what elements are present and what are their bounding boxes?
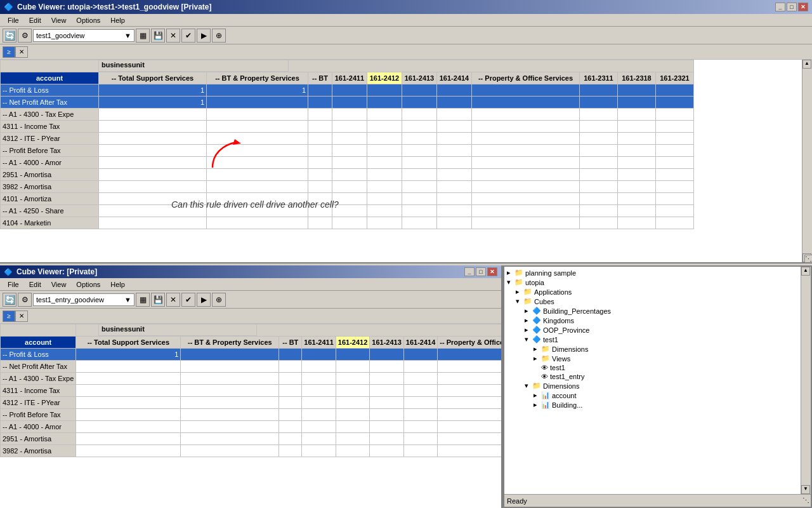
menu-file[interactable]: File <box>3 16 24 25</box>
tree-expand-kingdoms[interactable]: ▸ <box>525 316 532 324</box>
bottom-small-btn-check[interactable]: ≥ <box>3 311 15 322</box>
bottom-table-row[interactable]: -- Net Profit After Tax <box>1 361 502 373</box>
bottom-toolbar-btn-2[interactable]: ⚙ <box>18 293 32 307</box>
bottom-menu-help[interactable]: Help <box>105 280 130 289</box>
tree-item-dimensions-top[interactable]: ▾ 📁 Dimensions <box>506 381 809 391</box>
minimize-button[interactable]: _ <box>775 3 785 11</box>
table-row[interactable]: 4312 - ITE - PYear <box>1 133 694 145</box>
bottom-toolbar-grid[interactable]: ▦ <box>136 293 150 307</box>
small-btn-check[interactable]: ≥ <box>3 46 15 58</box>
bottom-toolbar-x[interactable]: ✕ <box>166 293 180 307</box>
resize-handle-top[interactable]: ⋱ <box>804 255 812 262</box>
table-row[interactable]: -- Profit Before Tax <box>1 145 694 157</box>
table-row[interactable]: -- A1 - 4300 - Tax Expe <box>1 109 694 121</box>
table-row[interactable]: 3982 - Amortisa <box>1 181 694 193</box>
bottom-table-row[interactable]: 4312 - ITE - PYear <box>1 397 502 409</box>
tree-expand-oop[interactable]: ▸ <box>525 326 532 334</box>
tree-item-account[interactable]: ▸ 📊 account <box>506 391 809 400</box>
scrollbar-up-btn[interactable]: ▲ <box>802 60 811 69</box>
table-row[interactable]: -- A1 - 4000 - Amor <box>1 157 694 169</box>
tree-item-oop[interactable]: ▸ 🔷 OOP_Province <box>506 325 809 335</box>
tree-item-building[interactable]: ▸ 📊 Building... <box>506 400 809 410</box>
col-total-support: -- Total Support Services <box>99 72 207 84</box>
bottom-toolbar-save[interactable]: 💾 <box>151 293 165 307</box>
bottom-close-btn[interactable]: ✕ <box>487 267 497 276</box>
tree-item-test1-entry[interactable]: 👁 test1_entry <box>506 372 809 381</box>
bottom-menu-view[interactable]: View <box>46 280 72 289</box>
cube-icon-kingdoms: 🔷 <box>532 316 541 324</box>
tree-expand-cubes[interactable]: ▾ <box>516 297 523 305</box>
folder-icon-apps: 📁 <box>523 288 532 296</box>
tree-expand-dims-top[interactable]: ▾ <box>525 382 532 390</box>
tree-expand-apps[interactable]: ▸ <box>516 288 523 296</box>
tree-scroll-down[interactable]: ▼ <box>801 485 810 494</box>
tree-item-utopia[interactable]: ▾ 📁 utopia <box>506 277 809 287</box>
bottom-menu-edit[interactable]: Edit <box>24 280 46 289</box>
tree-item-kingdoms[interactable]: ▸ 🔷 Kingdoms <box>506 316 809 325</box>
tree-expand-bp[interactable]: ▸ <box>525 307 532 315</box>
tree-expand-planning[interactable]: ▸ <box>507 269 514 277</box>
bottom-maximize-btn[interactable]: □ <box>476 267 486 276</box>
tree-item-dimensions[interactable]: ▸ 📁 Dimensions <box>506 344 809 354</box>
bottom-menu-file[interactable]: File <box>3 280 24 289</box>
bottom-table-row[interactable]: 3982 - Amortisa <box>1 445 502 457</box>
tree-expand-utopia[interactable]: ▾ <box>507 278 514 286</box>
bottom-table-row[interactable]: -- A1 - 4300 - Tax Expe <box>1 373 502 385</box>
tree-scroll-up[interactable]: ▲ <box>801 267 810 276</box>
top-grid-scrollbar-v[interactable]: ▲ ▼ <box>802 60 812 262</box>
bottom-toolbar-btn-1[interactable]: 🔄 <box>3 293 16 307</box>
table-row[interactable]: -- A1 - 4250 - Share <box>1 205 694 217</box>
bottom-table-row[interactable]: 2951 - Amortisa <box>1 433 502 445</box>
toolbar-btn-check[interactable]: ✔ <box>181 29 195 43</box>
bottom-toolbar: 🔄 ⚙ test1_entry_goodview ▼ ▦ 💾 ✕ ✔ ▶ ⊕ <box>0 291 501 309</box>
table-row[interactable]: -- Profit & Loss 1 1 <box>1 84 694 97</box>
bottom-menu-options[interactable]: Options <box>71 280 105 289</box>
tree-scrollbar[interactable]: ▲ ▼ <box>801 267 811 494</box>
toolbar-btn-x[interactable]: ✕ <box>166 29 180 43</box>
toolbar-btn-grid[interactable]: ▦ <box>136 29 150 43</box>
tree-item-test1-view[interactable]: 👁 test1 <box>506 363 809 372</box>
maximize-button[interactable]: □ <box>787 3 797 11</box>
tree-expand-test1[interactable]: ▾ <box>525 335 532 344</box>
top-toolbar: 🔄 ⚙ test1_goodview ▼ ▦ 💾 ✕ ✔ ▶ ⊕ <box>0 27 812 44</box>
menu-edit[interactable]: Edit <box>24 16 46 25</box>
bottom-table-row[interactable]: 4311 - Income Tax <box>1 385 502 397</box>
table-row[interactable]: 4101 - Amortiza <box>1 193 694 205</box>
tree-expand-building[interactable]: ▸ <box>534 401 541 409</box>
table-row[interactable]: 4311 - Income Tax <box>1 121 694 133</box>
tree-expand-account[interactable]: ▸ <box>534 391 541 399</box>
toolbar-btn-arrow[interactable]: ▶ <box>197 29 211 43</box>
small-btn-x[interactable]: ✕ <box>15 46 28 58</box>
toolbar-btn-2[interactable]: ⚙ <box>18 29 32 43</box>
close-button[interactable]: ✕ <box>798 3 808 11</box>
tree-item-applications[interactable]: ▸ 📁 Applications <box>506 287 809 297</box>
menu-view[interactable]: View <box>46 16 72 25</box>
tree-item-test1[interactable]: ▾ 🔷 test1 <box>506 335 809 344</box>
bottom-view-dropdown[interactable]: test1_entry_goodview ▼ <box>33 293 134 306</box>
table-row[interactable]: 4104 - Marketin <box>1 217 694 229</box>
toolbar-btn-1[interactable]: 🔄 <box>3 29 16 43</box>
bottom-small-btn-x[interactable]: ✕ <box>15 311 28 322</box>
menu-options[interactable]: Options <box>71 16 105 25</box>
bottom-toolbar-plus[interactable]: ⊕ <box>212 293 226 307</box>
tree-expand-views[interactable]: ▸ <box>534 354 541 363</box>
bottom-toolbar-arrow[interactable]: ▶ <box>197 293 211 307</box>
table-row[interactable]: -- Net Profit After Tax 1 <box>1 97 694 109</box>
col-161-2412: 161-2412 <box>367 72 402 84</box>
menu-help[interactable]: Help <box>105 16 130 25</box>
row-profit-loss: -- Profit & Loss <box>1 84 99 97</box>
toolbar-btn-clock[interactable]: ⊕ <box>212 29 226 43</box>
bottom-toolbar-check[interactable]: ✔ <box>181 293 195 307</box>
tree-item-building-pct[interactable]: ▸ 🔷 Building_Percentages <box>506 306 809 316</box>
view-dropdown[interactable]: test1_goodview ▼ <box>33 29 134 42</box>
bottom-table-row[interactable]: -- A1 - 4000 - Amor <box>1 421 502 433</box>
bottom-table-row[interactable]: -- Profit & Loss 1 <box>1 349 502 361</box>
tree-item-planning[interactable]: ▸ 📁 planning sample <box>506 268 809 277</box>
tree-expand-dims[interactable]: ▸ <box>534 345 541 353</box>
tree-item-cubes[interactable]: ▾ 📁 Cubes <box>506 297 809 306</box>
bottom-table-row[interactable]: -- Profit Before Tax <box>1 409 502 421</box>
table-row[interactable]: 2951 - Amortisa <box>1 169 694 181</box>
tree-item-views[interactable]: ▸ 📁 Views <box>506 354 809 363</box>
toolbar-btn-save[interactable]: 💾 <box>151 29 165 43</box>
bottom-minimize-btn[interactable]: _ <box>464 267 475 276</box>
